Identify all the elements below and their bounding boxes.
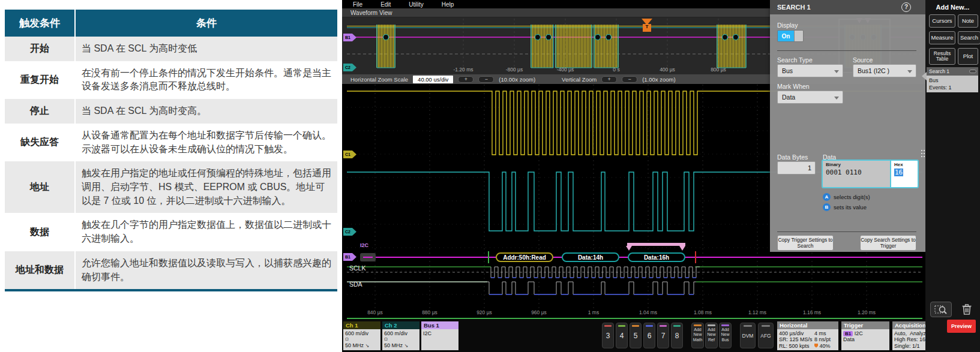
ch3-color-strip — [604, 325, 612, 327]
add-results-table-button[interactable]: Results Table — [929, 48, 955, 65]
plot-bottom-line — [347, 318, 922, 319]
channel-8-button[interactable]: 8 — [671, 323, 683, 348]
copy-trigger-to-search-button[interactable]: Copy Trigger Settings to Search — [777, 235, 834, 251]
add-new-bus-button[interactable]: Add New Bus — [719, 323, 732, 348]
display-toggle-knob — [794, 31, 803, 41]
row-label: 缺失应答 — [5, 124, 76, 161]
ch8-color-strip — [673, 325, 681, 327]
binary-field[interactable]: Binary 0001 0110 — [823, 161, 890, 187]
delete-button[interactable] — [959, 302, 975, 317]
h-zoom-plus-button[interactable]: + — [458, 76, 473, 83]
v-zoom-minus-button[interactable]: − — [622, 76, 637, 83]
menu-utility[interactable]: Utility — [409, 1, 423, 8]
h-zoom-scale-label: Horizontal Zoom Scale — [350, 76, 408, 83]
trash-icon — [961, 303, 972, 315]
table-row: 地址 触发在用户指定的地址或任何预编程的特殊地址，包括通用调用、启动字节、HS … — [5, 161, 337, 213]
ch4-color-strip — [618, 325, 625, 327]
math-color-strip — [694, 324, 702, 326]
zoom-select-button[interactable] — [930, 302, 952, 317]
data-bytes-field[interactable]: 1 — [777, 161, 816, 175]
horizontal-title: Horizontal — [777, 321, 838, 329]
h-zoom-minus-button[interactable]: − — [478, 76, 494, 83]
ch7-color-strip — [660, 325, 667, 327]
menu-file[interactable]: File — [353, 1, 362, 8]
channel-4-button[interactable]: 4 — [616, 323, 628, 348]
search1-type: Bus — [929, 77, 976, 84]
search-mark-triangle — [679, 246, 685, 251]
add-new-title: Add New... — [925, 4, 980, 11]
time-tick: 840 µs — [361, 309, 389, 315]
table-row: 停止 当 SDA 在 SCL 为高时变高。 — [5, 99, 337, 124]
overview-tick: 800 µs — [704, 67, 733, 73]
time-tick: 1 ms — [579, 309, 608, 315]
ch6-color-strip — [646, 325, 653, 327]
menu-edit[interactable]: Edit — [380, 1, 391, 8]
divider — [777, 50, 916, 51]
mark-when-label: Mark When — [777, 83, 810, 90]
display-toggle[interactable]: On — [777, 30, 804, 42]
hint-a: A selects digit(s) — [823, 193, 870, 201]
digital-label-sclk: SCLK — [349, 264, 365, 272]
ch2-badge[interactable]: Ch 2 600 m/div Ω 50 MHz ↘ — [382, 321, 419, 350]
a-knob-icon: A — [823, 193, 831, 201]
search1-result-tab[interactable]: Search 1 Bus Events: 1 — [927, 67, 978, 92]
hint-b: B sets its value — [823, 203, 867, 211]
ch1-badge[interactable]: Ch 1 600 m/div Ω 50 MHz ↘ — [343, 321, 380, 350]
channel-5-button[interactable]: 5 — [630, 323, 642, 348]
table-row: 数据 触发在几个字节的用户指定数据值上，数据值以二进制或十六进制输入。 — [5, 213, 337, 251]
bus1-badge-title: Bus 1 — [421, 321, 458, 329]
h-resolution: 8 ns/pt — [814, 336, 837, 342]
data-value-group[interactable]: Binary 0001 0110 Hex 16 — [822, 160, 919, 188]
channel-3-button[interactable]: 3 — [602, 323, 614, 348]
ch2-bandwidth: 50 MHz ↘ — [384, 342, 418, 348]
add-new-ref-button[interactable]: Add New Ref — [705, 323, 718, 348]
menu-help[interactable]: Help — [442, 1, 454, 8]
copy-search-to-trigger-button[interactable]: Copy Search Settings to Trigger — [860, 235, 916, 251]
zoom-select-icon — [934, 304, 948, 315]
v-zoom-plus-button[interactable]: + — [601, 76, 617, 83]
search-type-dropdown[interactable]: Bus — [777, 64, 843, 77]
ch5-color-strip — [632, 325, 639, 327]
add-plot-button[interactable]: Plot — [958, 48, 978, 65]
search1-toggle[interactable] — [969, 70, 976, 73]
trigger-source: B1 I2C — [843, 330, 888, 336]
channel-7-button[interactable]: 7 — [657, 323, 669, 348]
source-label: Source — [853, 56, 873, 64]
add-measure-button[interactable]: Measure — [929, 31, 955, 44]
afg-button[interactable]: AFG — [758, 323, 774, 348]
decode-box-data1: Data:14h — [562, 252, 619, 262]
row-label: 地址和数据 — [5, 251, 76, 289]
afg-strip — [762, 325, 770, 327]
trigger-table-header: 触发条件 条件 — [5, 10, 337, 37]
channel-6-button[interactable]: 6 — [643, 323, 655, 348]
row-label: 地址 — [5, 161, 76, 213]
trigger-position-icon — [814, 344, 818, 348]
time-tick: 1.08 ms — [688, 309, 717, 315]
source-dropdown[interactable]: Bus1 (I2C ) — [853, 64, 916, 77]
horizontal-badge[interactable]: Horizontal 400 µs/div4 ms SR: 125 MS/s8 … — [777, 321, 838, 350]
help-icon[interactable]: ? — [901, 2, 911, 12]
trigger-badge[interactable]: Trigger B1 I2C Data — [841, 321, 889, 350]
bus1-badge[interactable]: Bus 1 I2C — [421, 321, 458, 350]
chevron-down-icon — [907, 70, 912, 73]
preview-button[interactable]: Preview — [947, 320, 976, 333]
row-label: 重复开始 — [5, 61, 76, 99]
bus-chip — [360, 253, 376, 261]
hex-field[interactable]: Hex 16 — [890, 161, 918, 187]
row-text: 当 SDA 在 SCL 为高时变高。 — [76, 99, 337, 124]
panel-drag-handle[interactable] — [921, 150, 922, 151]
dvm-button[interactable]: DVM — [740, 323, 756, 348]
screen: 触发条件 条件 开始 当 SDA 在 SCL 为高时变低 重复开始 在没有前一个… — [0, 0, 980, 352]
overview-tick: 0 s — [602, 67, 631, 73]
add-note-button[interactable]: Note — [958, 14, 978, 28]
add-cursors-button[interactable]: Cursors — [929, 14, 955, 28]
add-new-math-button[interactable]: Add New Math — [691, 323, 704, 348]
bus-color-strip — [721, 324, 729, 326]
display-label: Display — [777, 22, 798, 29]
row-label: 开始 — [5, 37, 76, 61]
h-zoom-scale-value[interactable]: 40.00 us/div — [413, 76, 453, 83]
ref-color-strip — [708, 324, 715, 326]
mark-when-dropdown[interactable]: Data — [777, 91, 843, 104]
hex-label: Hex — [894, 162, 915, 167]
add-search-button[interactable]: Search — [958, 31, 980, 44]
